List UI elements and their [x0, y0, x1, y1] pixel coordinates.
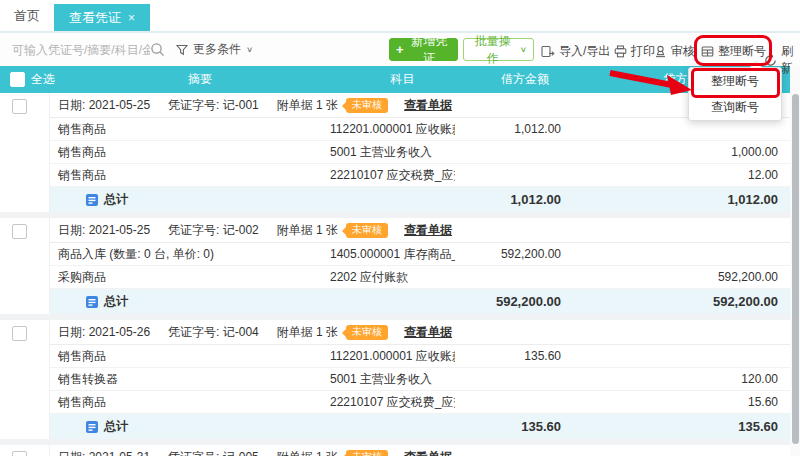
- cell-summary: 销售商品: [50, 144, 330, 161]
- total-doc-icon: [86, 194, 98, 206]
- cell-debit: 135.60: [455, 349, 575, 363]
- stamp-icon: [654, 45, 667, 58]
- cell-summary: 采购商品: [50, 269, 330, 286]
- voucher-line-row[interactable]: 商品入库 (数量: 0 台, 单价: 0) 1405.000001 库存商品_电…: [50, 243, 790, 266]
- voucher-group: 日期: 2021-05-25 凭证字号: 记-002 附单据 1 张 未审核 查…: [0, 218, 790, 314]
- cell-subject: 112201.000001 应收账款_1: [330, 121, 455, 138]
- import-export-label: 导入/导出: [559, 43, 610, 60]
- select-all-checkbox[interactable]: [10, 72, 25, 87]
- voucher-line-row[interactable]: 销售商品 112201.000001 应收账款_1 135.60: [50, 345, 790, 368]
- row-checkbox[interactable]: [12, 224, 27, 239]
- more-filters-label: 更多条件: [193, 41, 241, 58]
- cell-subject: 22210107 应交税费_应交增值: [330, 167, 455, 184]
- row-checkbox[interactable]: [12, 451, 27, 456]
- import-export-button[interactable]: 导入/导出: [541, 43, 610, 60]
- printer-icon: [614, 45, 627, 58]
- voucher-number: 凭证字号: 记-001: [168, 97, 259, 114]
- voucher-number: 凭证字号: 记-005: [168, 449, 259, 456]
- menu-item-query-broken-numbers[interactable]: 查询断号: [689, 94, 781, 120]
- total-doc-icon: [86, 296, 98, 308]
- view-document-link[interactable]: 查看单据: [404, 97, 452, 114]
- attachment-count: 附单据 1 张: [277, 222, 338, 239]
- app-window: 首页 查看凭证 × 更多条件 ∨ + 新增凭证 批量操作 ∨: [0, 0, 800, 456]
- cell-subject: 5001 主营业务收入: [330, 371, 455, 388]
- total-doc-icon: [86, 421, 98, 433]
- batch-operations-label: 批量操作: [470, 33, 516, 67]
- row-checkbox[interactable]: [12, 326, 27, 341]
- tab-home[interactable]: 首页: [0, 1, 54, 31]
- cell-summary: 销售商品: [50, 167, 330, 184]
- view-document-link[interactable]: 查看单据: [404, 222, 452, 239]
- voucher-line-row[interactable]: 销售商品 112201.000001 应收账款_1 1,012.00: [50, 118, 790, 141]
- voucher-group: 日期: 2021-05-26 凭证字号: 记-004 附单据 1 张 未审核 查…: [0, 320, 790, 439]
- cell-summary: 销售商品: [50, 348, 330, 365]
- cell-subject: 2202 应付账款: [330, 269, 455, 286]
- cell-credit: 1,000.00: [575, 145, 790, 159]
- view-document-link[interactable]: 查看单据: [404, 324, 452, 341]
- chevron-down-icon: ∨: [520, 45, 527, 54]
- voucher-date: 日期: 2021-05-25: [58, 97, 150, 114]
- close-icon[interactable]: ×: [128, 12, 135, 24]
- total-debit: 592,200.00: [455, 294, 575, 309]
- voucher-total-row: 总计 135.60 135.60: [50, 414, 790, 439]
- cell-debit: 592,200.00: [455, 247, 575, 261]
- voucher-group: 日期: 2021-05-31 凭证字号: 记-005 附单据 1 张 未审核 查…: [0, 445, 790, 456]
- row-checkbox[interactable]: [12, 99, 27, 114]
- vertical-scrollbar-thumb[interactable]: [792, 94, 799, 444]
- audit-button[interactable]: 审核: [654, 43, 695, 60]
- batch-operations-button[interactable]: 批量操作 ∨: [463, 38, 534, 61]
- print-label: 打印: [631, 43, 655, 60]
- search-icon[interactable]: [150, 42, 165, 57]
- search-input[interactable]: [10, 40, 152, 60]
- cell-subject: 1405.000001 库存商品_电脑: [330, 246, 455, 263]
- view-document-link[interactable]: 查看单据: [404, 449, 452, 456]
- menu-item-organize-broken-numbers[interactable]: 整理断号: [689, 68, 781, 94]
- total-label: 总计: [104, 191, 128, 208]
- attachment-count: 附单据 1 张: [277, 324, 338, 341]
- total-label: 总计: [104, 293, 128, 310]
- tab-bar: 首页 查看凭证 ×: [0, 0, 800, 33]
- plus-icon: +: [396, 42, 404, 57]
- voucher-line-row[interactable]: 销售商品 22210107 应交税费_应交增值 12.00: [50, 164, 790, 187]
- voucher-number: 凭证字号: 记-002: [168, 222, 259, 239]
- total-credit: 592,200.00: [575, 294, 790, 309]
- list-grid-icon: [701, 45, 714, 58]
- total-debit: 135.60: [455, 419, 575, 434]
- cell-summary: 商品入库 (数量: 0 台, 单价: 0): [50, 246, 330, 263]
- column-subject: 科目: [340, 71, 465, 88]
- cell-subject: 22210107 应交税费_应交增值: [330, 394, 455, 411]
- voucher-group-header: 日期: 2021-05-25 凭证字号: 记-002 附单据 1 张 未审核 查…: [50, 218, 790, 243]
- voucher-total-row: 总计 1,012.00 1,012.00: [50, 187, 790, 212]
- tab-view-voucher[interactable]: 查看凭证 ×: [54, 4, 150, 31]
- voucher-line-row[interactable]: 采购商品 2202 应付账款 592,200.00: [50, 266, 790, 289]
- voucher-line-row[interactable]: 销售商品 22210107 应交税费_应交增值 15.60: [50, 391, 790, 414]
- cell-summary: 销售商品: [50, 121, 330, 138]
- import-export-icon: [541, 45, 555, 58]
- audit-label: 审核: [671, 43, 695, 60]
- total-debit: 1,012.00: [455, 192, 575, 207]
- new-voucher-label: 新增凭证: [408, 33, 451, 67]
- total-credit: 1,012.00: [575, 192, 790, 207]
- column-debit: 借方金额: [465, 71, 585, 88]
- cell-debit: 1,012.00: [455, 122, 575, 136]
- toolbar: 更多条件 ∨ + 新增凭证 批量操作 ∨ 导入/导出 打印 审: [0, 33, 800, 66]
- more-filters-button[interactable]: 更多条件 ∨: [176, 41, 253, 58]
- status-badge: 未审核: [346, 98, 388, 113]
- voucher-number: 凭证字号: 记-004: [168, 324, 259, 341]
- cell-credit: 12.00: [575, 168, 790, 182]
- voucher-total-row: 总计 592,200.00 592,200.00: [50, 289, 790, 314]
- voucher-line-row[interactable]: 销售转换器 5001 主营业务收入 120.00: [50, 368, 790, 391]
- print-button[interactable]: 打印: [614, 43, 655, 60]
- cell-credit: 120.00: [575, 372, 790, 386]
- new-voucher-button[interactable]: + 新增凭证: [389, 38, 458, 61]
- status-badge: 未审核: [346, 325, 388, 340]
- voucher-line-row[interactable]: 销售商品 5001 主营业务收入 1,000.00: [50, 141, 790, 164]
- cell-credit: 15.60: [575, 395, 790, 409]
- voucher-group-header: 日期: 2021-05-26 凭证字号: 记-004 附单据 1 张 未审核 查…: [50, 320, 790, 345]
- attachment-count: 附单据 1 张: [277, 449, 338, 456]
- select-all-label: 全选: [31, 71, 55, 88]
- broken-number-dropdown-menu: 整理断号 查询断号: [688, 67, 782, 121]
- fix-broken-numbers-button[interactable]: 整理断号: [701, 43, 766, 60]
- voucher-group-header: 日期: 2021-05-31 凭证字号: 记-005 附单据 1 张 未审核 查…: [50, 445, 790, 456]
- voucher-date: 日期: 2021-05-26: [58, 324, 150, 341]
